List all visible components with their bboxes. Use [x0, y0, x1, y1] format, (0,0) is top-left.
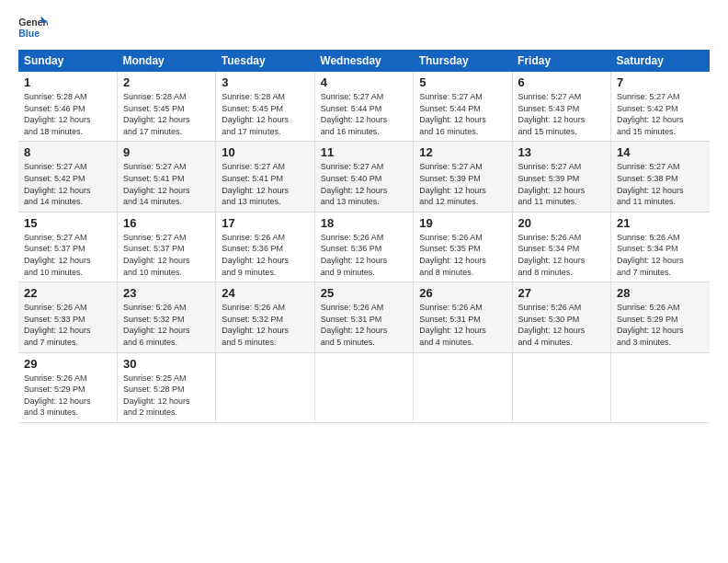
day-number: 10 — [222, 145, 308, 159]
weekday-header: Saturday — [611, 50, 710, 72]
weekday-header: Thursday — [414, 50, 512, 72]
calendar-header-row: SundayMondayTuesdayWednesdayThursdayFrid… — [18, 50, 710, 72]
calendar-cell: 18Sunrise: 5:26 AM Sunset: 5:36 PM Dayli… — [314, 212, 413, 282]
calendar-cell: 8Sunrise: 5:27 AM Sunset: 5:42 PM Daylig… — [18, 142, 117, 212]
logo: General Blue — [18, 15, 48, 40]
calendar-week-row: 22Sunrise: 5:26 AM Sunset: 5:33 PM Dayli… — [18, 282, 710, 352]
weekday-header: Friday — [512, 50, 610, 72]
day-number: 25 — [321, 286, 407, 300]
day-info: Sunrise: 5:27 AM Sunset: 5:40 PM Dayligh… — [321, 161, 407, 207]
day-number: 6 — [518, 75, 605, 89]
day-info: Sunrise: 5:27 AM Sunset: 5:37 PM Dayligh… — [123, 232, 210, 278]
calendar-cell: 6Sunrise: 5:27 AM Sunset: 5:43 PM Daylig… — [512, 72, 610, 142]
day-info: Sunrise: 5:27 AM Sunset: 5:42 PM Dayligh… — [24, 161, 111, 207]
day-number: 13 — [518, 145, 605, 159]
day-info: Sunrise: 5:26 AM Sunset: 5:34 PM Dayligh… — [617, 232, 704, 278]
day-number: 9 — [123, 145, 210, 159]
day-number: 24 — [222, 286, 308, 300]
calendar-cell — [611, 352, 710, 422]
day-number: 5 — [419, 75, 506, 89]
calendar-cell — [216, 352, 314, 422]
day-info: Sunrise: 5:28 AM Sunset: 5:46 PM Dayligh… — [24, 91, 111, 137]
day-info: Sunrise: 5:26 AM Sunset: 5:36 PM Dayligh… — [321, 232, 407, 278]
day-number: 28 — [617, 286, 704, 300]
day-number: 18 — [321, 216, 407, 230]
calendar-cell: 22Sunrise: 5:26 AM Sunset: 5:33 PM Dayli… — [18, 282, 117, 352]
calendar-cell: 5Sunrise: 5:27 AM Sunset: 5:44 PM Daylig… — [414, 72, 512, 142]
day-info: Sunrise: 5:25 AM Sunset: 5:28 PM Dayligh… — [123, 373, 210, 419]
calendar-cell — [512, 352, 610, 422]
day-info: Sunrise: 5:27 AM Sunset: 5:42 PM Dayligh… — [617, 91, 704, 137]
header: General Blue — [18, 15, 710, 40]
day-number: 16 — [123, 216, 210, 230]
day-info: Sunrise: 5:27 AM Sunset: 5:39 PM Dayligh… — [518, 161, 605, 207]
calendar-cell: 11Sunrise: 5:27 AM Sunset: 5:40 PM Dayli… — [314, 142, 413, 212]
calendar-cell: 25Sunrise: 5:26 AM Sunset: 5:31 PM Dayli… — [314, 282, 413, 352]
calendar-week-row: 1Sunrise: 5:28 AM Sunset: 5:46 PM Daylig… — [18, 72, 710, 142]
calendar-cell: 14Sunrise: 5:27 AM Sunset: 5:38 PM Dayli… — [611, 142, 710, 212]
day-info: Sunrise: 5:26 AM Sunset: 5:35 PM Dayligh… — [419, 232, 506, 278]
day-number: 22 — [24, 286, 111, 300]
day-number: 14 — [617, 145, 704, 159]
calendar-cell: 19Sunrise: 5:26 AM Sunset: 5:35 PM Dayli… — [414, 212, 512, 282]
calendar-cell: 29Sunrise: 5:26 AM Sunset: 5:29 PM Dayli… — [18, 352, 117, 422]
day-info: Sunrise: 5:26 AM Sunset: 5:32 PM Dayligh… — [123, 302, 210, 348]
calendar-table: SundayMondayTuesdayWednesdayThursdayFrid… — [18, 50, 710, 423]
calendar-cell: 4Sunrise: 5:27 AM Sunset: 5:44 PM Daylig… — [314, 72, 413, 142]
calendar-cell: 13Sunrise: 5:27 AM Sunset: 5:39 PM Dayli… — [512, 142, 610, 212]
calendar-cell: 24Sunrise: 5:26 AM Sunset: 5:32 PM Dayli… — [216, 282, 314, 352]
day-info: Sunrise: 5:26 AM Sunset: 5:29 PM Dayligh… — [24, 373, 111, 419]
logo-icon: General Blue — [18, 15, 48, 40]
day-number: 4 — [321, 75, 407, 89]
calendar-cell: 23Sunrise: 5:26 AM Sunset: 5:32 PM Dayli… — [117, 282, 215, 352]
day-info: Sunrise: 5:27 AM Sunset: 5:41 PM Dayligh… — [222, 161, 308, 207]
day-info: Sunrise: 5:27 AM Sunset: 5:44 PM Dayligh… — [321, 91, 407, 137]
day-info: Sunrise: 5:26 AM Sunset: 5:31 PM Dayligh… — [419, 302, 506, 348]
day-info: Sunrise: 5:28 AM Sunset: 5:45 PM Dayligh… — [123, 91, 210, 137]
calendar-cell: 12Sunrise: 5:27 AM Sunset: 5:39 PM Dayli… — [414, 142, 512, 212]
svg-text:Blue: Blue — [18, 28, 40, 39]
day-number: 3 — [222, 75, 308, 89]
calendar-cell: 20Sunrise: 5:26 AM Sunset: 5:34 PM Dayli… — [512, 212, 610, 282]
day-number: 26 — [419, 286, 506, 300]
day-info: Sunrise: 5:26 AM Sunset: 5:33 PM Dayligh… — [24, 302, 111, 348]
calendar-cell: 16Sunrise: 5:27 AM Sunset: 5:37 PM Dayli… — [117, 212, 215, 282]
weekday-header: Wednesday — [314, 50, 413, 72]
calendar-cell: 9Sunrise: 5:27 AM Sunset: 5:41 PM Daylig… — [117, 142, 215, 212]
day-number: 2 — [123, 75, 210, 89]
day-number: 1 — [24, 75, 111, 89]
calendar-cell: 15Sunrise: 5:27 AM Sunset: 5:37 PM Dayli… — [18, 212, 117, 282]
calendar-cell: 10Sunrise: 5:27 AM Sunset: 5:41 PM Dayli… — [216, 142, 314, 212]
weekday-header: Tuesday — [216, 50, 314, 72]
day-info: Sunrise: 5:26 AM Sunset: 5:34 PM Dayligh… — [518, 232, 605, 278]
calendar-cell: 3Sunrise: 5:28 AM Sunset: 5:45 PM Daylig… — [216, 72, 314, 142]
day-number: 7 — [617, 75, 704, 89]
day-number: 17 — [222, 216, 308, 230]
day-number: 12 — [419, 145, 506, 159]
day-info: Sunrise: 5:26 AM Sunset: 5:31 PM Dayligh… — [321, 302, 407, 348]
day-info: Sunrise: 5:27 AM Sunset: 5:44 PM Dayligh… — [419, 91, 506, 137]
calendar-cell — [414, 352, 512, 422]
day-info: Sunrise: 5:26 AM Sunset: 5:29 PM Dayligh… — [617, 302, 704, 348]
calendar-cell — [314, 352, 413, 422]
calendar-cell: 1Sunrise: 5:28 AM Sunset: 5:46 PM Daylig… — [18, 72, 117, 142]
day-number: 29 — [24, 357, 111, 371]
calendar-cell: 26Sunrise: 5:26 AM Sunset: 5:31 PM Dayli… — [414, 282, 512, 352]
calendar-cell: 27Sunrise: 5:26 AM Sunset: 5:30 PM Dayli… — [512, 282, 610, 352]
calendar-cell: 28Sunrise: 5:26 AM Sunset: 5:29 PM Dayli… — [611, 282, 710, 352]
day-info: Sunrise: 5:27 AM Sunset: 5:37 PM Dayligh… — [24, 232, 111, 278]
day-number: 20 — [518, 216, 605, 230]
day-info: Sunrise: 5:26 AM Sunset: 5:36 PM Dayligh… — [222, 232, 308, 278]
day-number: 23 — [123, 286, 210, 300]
day-number: 11 — [321, 145, 407, 159]
calendar-cell: 21Sunrise: 5:26 AM Sunset: 5:34 PM Dayli… — [611, 212, 710, 282]
day-info: Sunrise: 5:27 AM Sunset: 5:39 PM Dayligh… — [419, 161, 506, 207]
day-info: Sunrise: 5:26 AM Sunset: 5:30 PM Dayligh… — [518, 302, 605, 348]
calendar-week-row: 15Sunrise: 5:27 AM Sunset: 5:37 PM Dayli… — [18, 212, 710, 282]
weekday-header: Sunday — [18, 50, 117, 72]
calendar-cell: 7Sunrise: 5:27 AM Sunset: 5:42 PM Daylig… — [611, 72, 710, 142]
page: General Blue SundayMondayTuesdayWednesda… — [0, 0, 728, 563]
calendar-week-row: 29Sunrise: 5:26 AM Sunset: 5:29 PM Dayli… — [18, 352, 710, 422]
day-info: Sunrise: 5:27 AM Sunset: 5:41 PM Dayligh… — [123, 161, 210, 207]
day-info: Sunrise: 5:26 AM Sunset: 5:32 PM Dayligh… — [222, 302, 308, 348]
